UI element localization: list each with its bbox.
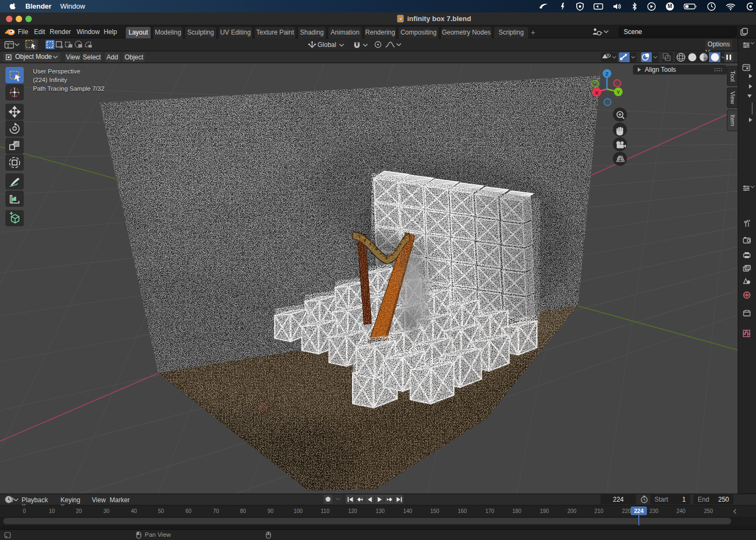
svg-text:Z: Z — [605, 71, 609, 77]
svg-text:M: M — [667, 3, 672, 9]
svg-text:X: X — [595, 90, 599, 96]
svg-text:Y: Y — [617, 89, 620, 95]
